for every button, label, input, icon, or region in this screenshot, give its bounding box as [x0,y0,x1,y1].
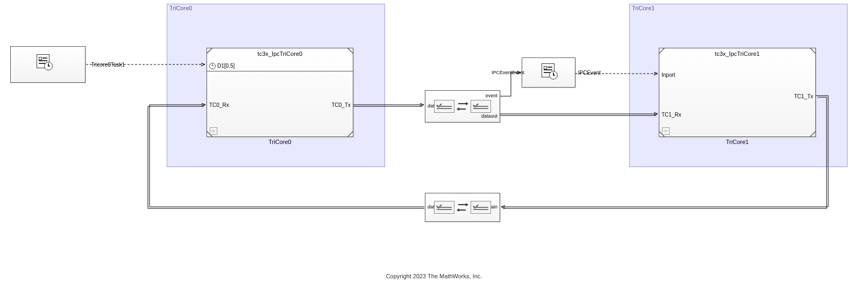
ipc-fwd-dataout-port: dataout [481,113,497,119]
tricore1-area-label: TriCore1 [632,5,654,11]
tricore1-tx-port: TC1_Tx [794,93,813,99]
task-source-block[interactable]: Tricore0Task1 [10,46,86,83]
tricore0-tx-port: TC0_Tx [331,102,351,108]
tricore0-area-label: TriCore0 [169,5,192,11]
tricore0-subsystem[interactable]: tc3x_IpcTriCore0 D1[0.5] TC0_Rx TC0_Tx ▭… [207,48,353,137]
model-ref-badge-icon: ▭ [210,127,217,135]
copyright-footer: Copyright 2023 The MathWorks, Inc. [0,273,868,279]
task-schedule-icon [37,54,52,69]
tricore0-trigger-port: D1[0.5] [209,63,234,69]
event-schedule-icon [542,63,557,78]
tricore1-title: tc3x_IpcTriCore1 [659,50,815,57]
tricore1-name: TriCore1 [659,139,815,145]
ipc-event-out-port: IPCEvent [578,70,601,76]
ipc-fwd-event-port: event [486,93,497,98]
tricore0-name: TriCore0 [207,139,353,145]
tricore0-rx-port: TC0_Rx [209,102,229,108]
ipc-transfer-icon [458,100,467,112]
ipc-read-icon [434,201,454,214]
ipc-write-icon [471,201,491,214]
tricore1-inport: Inport [661,72,675,78]
model-ref-badge-icon: ▭ [662,127,670,135]
tricore1-subsystem[interactable]: tc3x_IpcTriCore1 Inport TC1_Rx TC1_Tx ▭ … [659,48,816,137]
ipc-event-block[interactable]: IPCEventEvent IPCEvent [522,57,575,88]
ipc-forward-block[interactable]: datain event dataout [425,90,500,122]
ipc-write-icon [434,100,454,113]
tricore0-title: tc3x_IpcTriCore0 [207,50,353,57]
ipc-event-in-port: IPCEventEvent [487,70,524,75]
periodic-trigger-icon [209,63,216,69]
ipc-backward-block[interactable]: datain dataout [425,193,500,222]
ipc-read-icon [471,100,491,113]
tricore1-rx-port: TC1_Rx [661,112,681,118]
ipc-transfer-icon [458,201,467,213]
task-output-label: Tricore0Task1 [91,62,125,68]
